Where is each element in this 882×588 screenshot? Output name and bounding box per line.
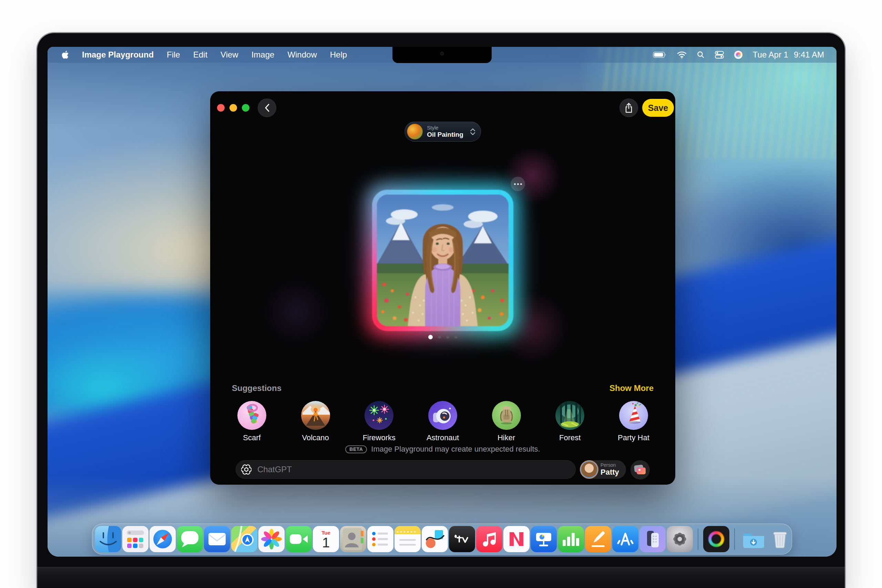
dock-icon-image-playground[interactable] (703, 526, 729, 552)
dock-icon-music[interactable] (476, 526, 502, 552)
screen: Image Playground File Edit View Image Wi… (48, 47, 837, 556)
suggestion-label: Fireworks (363, 434, 396, 442)
active-app-name[interactable]: Image Playground (82, 50, 154, 60)
dock-icon-notes[interactable] (394, 526, 421, 552)
carousel-dot[interactable] (438, 336, 441, 339)
suggestion-volcano[interactable]: Volcano (296, 401, 336, 442)
ellipsis-icon (514, 183, 516, 185)
suggestion-forest[interactable]: Forest (550, 401, 590, 442)
carousel-dot[interactable] (454, 336, 458, 339)
back-button[interactable] (258, 99, 276, 117)
dock-icon-news[interactable] (503, 526, 530, 552)
person-chip-kind: Person (600, 463, 619, 468)
calendar-weekday: Tue (321, 530, 330, 536)
beta-disclaimer: Image Playground may create unexpected r… (371, 445, 540, 454)
close-button[interactable] (217, 104, 225, 112)
suggestions-title: Suggestions (232, 383, 282, 393)
forest-icon (555, 401, 584, 430)
dock-icon-trash[interactable] (767, 526, 793, 552)
dock-icon-mail[interactable] (204, 526, 230, 552)
dock-icon-freeform[interactable] (422, 526, 448, 552)
dock-icon-keynote[interactable] (531, 526, 557, 552)
portrait-artwork (377, 195, 508, 326)
spotlight-icon[interactable] (697, 51, 705, 58)
desktop-scene: Image Playground File Edit View Image Wi… (0, 0, 882, 588)
camera-icon (440, 52, 444, 56)
control-center-icon[interactable] (715, 51, 724, 58)
dock-icon-finder[interactable] (95, 526, 121, 552)
wifi-icon[interactable] (677, 51, 687, 58)
suggestion-label: Forest (559, 434, 580, 442)
dock-icon-facetime[interactable] (286, 526, 312, 552)
display-notch (392, 47, 492, 63)
suggestion-hiker[interactable]: Hiker (486, 401, 526, 442)
style-picker[interactable]: Style Oil Painting (405, 122, 481, 142)
save-button[interactable]: Save (642, 99, 674, 117)
laptop-base (37, 567, 845, 588)
suggestion-astronaut[interactable]: Astronaut (423, 401, 463, 442)
beta-badge: BETA (345, 446, 367, 453)
share-icon (625, 103, 633, 113)
menu-help[interactable]: Help (330, 50, 347, 60)
dock-divider (698, 528, 698, 550)
dock-icon-maps[interactable] (231, 526, 257, 552)
carousel-dots (210, 335, 675, 339)
more-options-button[interactable] (511, 177, 525, 191)
apple-menu[interactable] (62, 50, 69, 59)
fireworks-icon (364, 401, 393, 430)
dock-icon-launchpad[interactable] (122, 526, 148, 552)
share-button[interactable] (620, 99, 638, 117)
menu-image[interactable]: Image (252, 50, 274, 60)
volcano-icon (301, 401, 330, 430)
style-thumbnail (407, 124, 423, 140)
dock-icon-numbers[interactable] (558, 526, 584, 552)
party-hat-icon (619, 401, 648, 430)
menu-window[interactable]: Window (287, 50, 316, 60)
apple-logo-icon (62, 50, 69, 59)
hiker-icon (492, 401, 521, 430)
carousel-dot-active[interactable] (428, 335, 433, 339)
carousel-dot[interactable] (446, 336, 449, 339)
minimize-button[interactable] (230, 104, 237, 112)
scarf-icon (237, 401, 266, 430)
battery-icon[interactable] (653, 51, 667, 58)
dock-icon-iphone-mirroring[interactable] (639, 526, 666, 552)
dock-icon-pages[interactable] (585, 526, 611, 552)
photo-picker-button[interactable] (630, 460, 650, 480)
dock-icon-safari[interactable] (150, 526, 176, 552)
dock-icon-calendar[interactable]: Tue 1 (313, 526, 339, 552)
chevron-up-down-icon (470, 129, 475, 135)
menu-edit[interactable]: Edit (193, 50, 207, 60)
image-playground-window: Save Style Oil Painting (210, 91, 675, 484)
dock-icon-reminders[interactable] (367, 526, 393, 552)
menu-file[interactable]: File (167, 50, 180, 60)
prompt-input[interactable] (236, 460, 576, 479)
zoom-button[interactable] (242, 104, 249, 112)
suggestion-party-hat[interactable]: Party Hat (614, 401, 654, 442)
dock-icon-messages[interactable] (177, 526, 203, 552)
dock-icon-downloads[interactable] (740, 526, 766, 552)
dock-icon-tv[interactable] (449, 526, 475, 552)
suggestion-fireworks[interactable]: Fireworks (359, 401, 399, 442)
menu-view[interactable]: View (220, 50, 238, 60)
macbook-frame: Image Playground File Edit View Image Wi… (36, 32, 846, 588)
apple-intelligence-icon[interactable] (734, 51, 742, 59)
suggestions-row: Scarf (232, 401, 654, 442)
menu-bar-date[interactable]: Tue Apr 1 (753, 50, 788, 60)
dock-divider (734, 528, 735, 550)
style-picker-value: Oil Painting (427, 131, 464, 138)
dock-icon-system-settings[interactable] (667, 526, 693, 552)
menu-bar-time[interactable]: 9:41 AM (794, 50, 824, 60)
dock-icon-contacts[interactable] (340, 526, 366, 552)
generated-image[interactable] (372, 190, 513, 331)
dock-icon-app-store[interactable] (612, 526, 638, 552)
show-more-button[interactable]: Show More (609, 383, 654, 393)
image-playground-swirl-icon (708, 531, 724, 547)
openai-logo-icon (241, 464, 252, 475)
astronaut-icon (428, 401, 457, 430)
suggestion-label: Scarf (243, 434, 261, 442)
dock-icon-photos[interactable] (258, 526, 285, 552)
suggestion-scarf[interactable]: Scarf (232, 401, 272, 442)
person-chip[interactable]: Person Patty (580, 460, 626, 479)
dock: Tue 1 (92, 524, 792, 555)
